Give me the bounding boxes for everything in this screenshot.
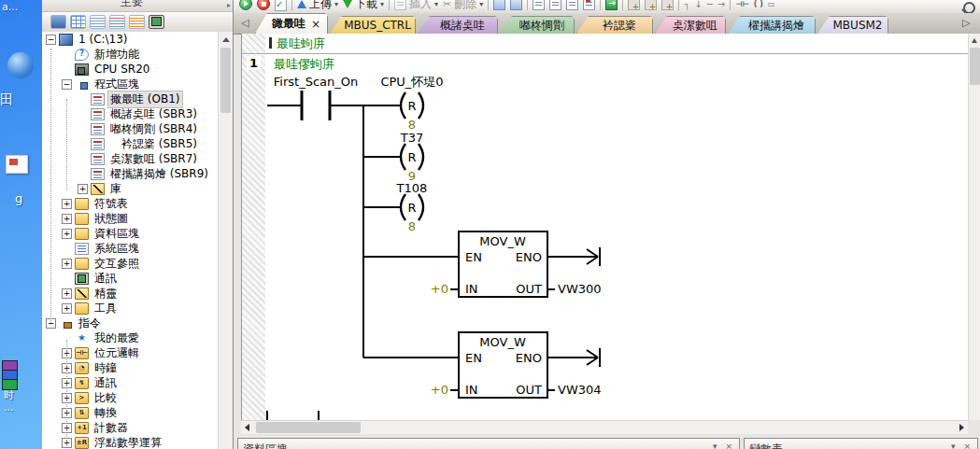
tree-item-label[interactable]: 指令 (77, 316, 103, 331)
expand-icon[interactable]: + (62, 214, 72, 224)
tree-item-label[interactable]: 通訊 (92, 375, 119, 391)
scroll-left-icon[interactable] (241, 421, 254, 434)
tree-item[interactable]: 櫂攜講揭燴 (SBR9) (42, 166, 218, 181)
tree-item[interactable]: 衿諰楶 (SBR5) (42, 136, 218, 151)
mov-box-2[interactable]: MOV_W EN ENO IN OUT +0 VW304 (431, 332, 602, 398)
tree-item[interactable]: ?新增功能 (42, 47, 218, 62)
chevron-down-icon[interactable]: ▾ (380, 0, 384, 8)
expand-icon[interactable]: + (62, 229, 72, 239)
tree-item[interactable]: ++1計數器 (42, 420, 218, 435)
tree-item-label[interactable]: 比較 (92, 390, 119, 406)
wire-down-icon[interactable]: ↓ (694, 0, 702, 10)
upload-button[interactable]: 上傳 ▾ (297, 0, 338, 12)
tree-item-label[interactable]: 1 (C:\13) (77, 33, 130, 46)
expand-icon[interactable]: + (62, 259, 72, 269)
communications-icon[interactable] (149, 15, 164, 29)
collapse-icon[interactable]: − (62, 79, 72, 90)
tree-item[interactable]: −程式區塊 (42, 77, 218, 91)
tree-item[interactable]: +狀態圖 (42, 211, 218, 226)
tree-item-label[interactable]: 嘟柊惆劕 (SBR4) (108, 121, 199, 137)
coil-cpu[interactable]: CPU_怀堤0 R 8 (380, 75, 443, 132)
tree-item-label[interactable]: 奌潔數咀 (SBR7) (108, 151, 199, 167)
editor-vertical-scrollbar[interactable] (968, 34, 980, 420)
expand-icon[interactable]: + (62, 288, 72, 299)
network-icon[interactable] (510, 0, 522, 10)
box-tool-icon[interactable]: ▭ (768, 0, 775, 8)
tree-item[interactable]: 撖最哇 (OB1) (42, 91, 218, 106)
tree-item-label[interactable]: 系統區塊 (92, 241, 141, 257)
tree-item-label[interactable]: 工具 (92, 301, 119, 316)
tree-item-label[interactable]: 轉換 (92, 405, 119, 421)
data-block-icon[interactable] (109, 15, 125, 29)
tree-item-label[interactable]: 符號表 (92, 196, 130, 212)
tree-item[interactable]: −指令 (42, 316, 218, 330)
tree-item-label[interactable]: 新增功能 (92, 47, 141, 63)
symbol-table-icon[interactable] (70, 15, 86, 29)
tree-item-label[interactable]: 程式區塊 (92, 77, 141, 92)
data-block-panel-titlebar[interactable]: 資料區塊 ▾ × (237, 438, 740, 449)
tree-item-label[interactable]: 我的最愛 (92, 330, 141, 346)
tree-item-label[interactable]: 精靈 (92, 286, 119, 302)
contact-first-scan-on[interactable]: First_Scan_On (274, 75, 358, 120)
tree-item[interactable]: +↯通訊 (42, 375, 218, 390)
tree-item[interactable]: 系統區塊 (42, 241, 218, 256)
status-chart-icon[interactable] (90, 15, 106, 29)
scroll-up-icon[interactable] (220, 34, 232, 46)
scroll-right-icon[interactable] (955, 421, 968, 434)
wire-right-icon[interactable]: → (717, 0, 725, 10)
tree-item[interactable]: +庫 (42, 181, 218, 196)
scroll-up-icon[interactable] (969, 34, 980, 47)
tree-item-label[interactable]: CPU SR20 (92, 63, 151, 76)
page-icon[interactable] (566, 0, 578, 10)
tree-item-label[interactable]: 庫 (108, 181, 123, 197)
tree-item-label[interactable]: 交互參照 (92, 256, 141, 272)
scrollbar-thumb[interactable] (220, 48, 231, 113)
desktop-image-icon[interactable] (6, 155, 28, 174)
panel-title-bar[interactable]: 主要 ▸ (42, 0, 233, 12)
tab-scroll-left-icon[interactable]: ◁ (241, 17, 249, 30)
tree-item[interactable]: +資料區塊 (42, 226, 218, 241)
tree-scrollbar[interactable] (218, 32, 233, 449)
contact-tool-icon[interactable]: ⊣⊢ (735, 0, 749, 8)
tree-item[interactable]: +工具 (42, 301, 218, 316)
editor-tab[interactable]: 衿諰楶 (576, 16, 653, 34)
scrollbar-thumb[interactable] (970, 48, 980, 85)
tree-item[interactable]: +⇅轉換 (42, 405, 218, 420)
editor-tab[interactable]: 嘟柊惆劕 (500, 16, 575, 34)
expand-icon[interactable]: + (78, 184, 88, 194)
panel-buttons[interactable]: ▾ × (951, 442, 973, 449)
tree-item-label[interactable]: 狀態圖 (92, 211, 130, 227)
coil-t108[interactable]: T108 R 8 (396, 181, 428, 233)
tree-item-label[interactable]: 浮點數學運算 (92, 435, 163, 449)
tree-item[interactable]: +精靈 (42, 286, 218, 301)
go-to-icon[interactable] (605, 0, 618, 10)
tree-item-label[interactable]: 概諸奌哇 (SBR3) (108, 106, 199, 122)
scrollbar-thumb[interactable] (256, 422, 361, 433)
panel-menu-icon[interactable]: ▸ (227, 1, 231, 9)
wire-horizontal-icon[interactable]: ─ (707, 0, 713, 10)
page-icon[interactable] (533, 0, 545, 10)
desktop-icon[interactable] (7, 52, 34, 78)
project-tree[interactable]: −1 (C:\13)?新增功能CPU SR20−程式區塊撖最哇 (OB1)概諸奌… (42, 32, 218, 449)
tree-item[interactable]: ★我的最愛 (42, 330, 218, 345)
tree-item-label[interactable]: 時鐘 (92, 360, 119, 376)
collapse-icon[interactable]: − (46, 35, 56, 45)
close-icon[interactable]: × (311, 18, 320, 31)
editor-tab[interactable]: 概諸奌哇 (418, 16, 498, 34)
project-view-icon[interactable] (50, 15, 66, 29)
tree-item[interactable]: +>比較 (42, 390, 218, 405)
page-icon[interactable] (549, 0, 561, 10)
tree-item-label[interactable]: 通訊 (92, 271, 119, 287)
tree-item[interactable]: +±R浮點數學運算 (42, 435, 218, 449)
editor-tab[interactable]: 奌潔數咀 (655, 16, 726, 34)
tree-item-label[interactable]: 櫂攜講揭燴 (SBR9) (108, 166, 210, 182)
tree-item[interactable]: +⊣⊢位元邏輯 (42, 345, 218, 360)
tree-item-label[interactable]: 衿諰楶 (SBR5) (120, 136, 199, 152)
editor-tab[interactable]: MBUSM2 (817, 16, 888, 34)
tree-item-label[interactable]: 撖最哇 (OB1) (108, 91, 182, 107)
tree-item-label[interactable]: 位元邏輯 (92, 345, 141, 361)
wire-down-left-icon[interactable]: ┐ (684, 0, 689, 10)
stop-button[interactable] (257, 0, 270, 10)
tab-scroll-right-icon[interactable]: ▷ (962, 17, 970, 30)
coil-tool-icon[interactable]: ( ) (754, 0, 763, 8)
